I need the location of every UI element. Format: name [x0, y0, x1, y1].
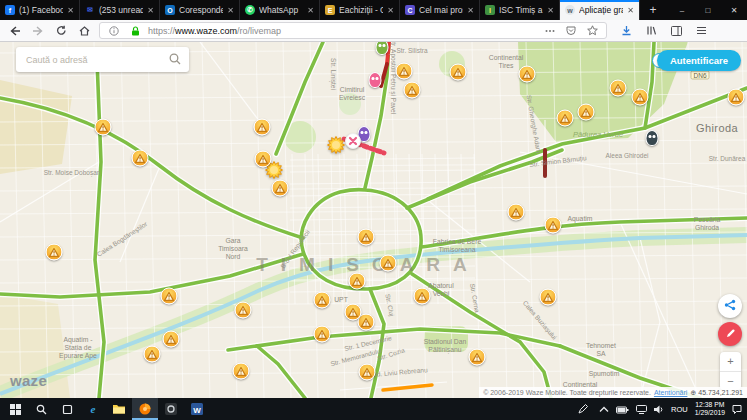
taskbar-acrobat-icon[interactable] — [158, 398, 184, 420]
alert-marker[interactable] — [540, 289, 557, 306]
library-icon[interactable] — [643, 23, 659, 39]
alert-marker[interactable] — [254, 119, 271, 136]
sidebar-icon[interactable] — [668, 23, 684, 39]
taskbar-explorer-icon[interactable] — [106, 398, 132, 420]
tab-close-icon[interactable]: ✕ — [467, 6, 474, 15]
alert-marker[interactable] — [132, 150, 149, 167]
alert-marker[interactable] — [632, 89, 649, 106]
alert-marker[interactable] — [396, 63, 413, 80]
page-actions-icon[interactable] — [542, 23, 558, 39]
svg-text:W: W — [193, 406, 201, 415]
minimize-button[interactable]: – — [669, 0, 695, 20]
pencil-icon — [725, 325, 736, 343]
network-icon[interactable] — [636, 400, 647, 418]
clock[interactable]: 12:38 PM 1/29/2019 — [695, 401, 725, 418]
taskbar-edge-icon[interactable]: e — [80, 398, 106, 420]
notices-link[interactable]: Atenționări — [654, 389, 687, 396]
alert-marker[interactable] — [508, 204, 525, 221]
alert-marker[interactable] — [95, 119, 112, 136]
alert-marker[interactable] — [345, 304, 362, 321]
browser-tab[interactable]: f(1) Facebook✕ — [0, 0, 80, 20]
waze-livemap[interactable]: TIMISOARAStr. SilistraStr. Apostoli Petr… — [0, 42, 747, 398]
taskbar-taskview-icon[interactable] — [54, 398, 80, 420]
browser-tab[interactable]: EEachiziții - Cnadnr✕ — [320, 0, 400, 20]
alert-marker[interactable] — [314, 292, 331, 309]
alert-marker[interactable] — [610, 80, 627, 97]
secure-lock-icon[interactable] — [127, 23, 143, 39]
tab-close-icon[interactable]: ✕ — [307, 6, 314, 15]
downloads-icon[interactable] — [618, 23, 634, 39]
site-info-icon[interactable] — [106, 23, 122, 39]
search-input[interactable] — [24, 54, 169, 66]
bookmark-star-icon[interactable] — [584, 23, 600, 39]
language-indicator[interactable]: ROU — [671, 405, 688, 414]
new-tab-button[interactable]: + — [640, 0, 666, 20]
alert-marker[interactable] — [545, 217, 562, 234]
tray-chevron-icon[interactable] — [599, 400, 609, 418]
reload-icon[interactable] — [53, 23, 69, 39]
tab-close-icon[interactable]: ✕ — [547, 6, 554, 15]
browser-tab[interactable]: CCel mai prost drum✕ — [400, 0, 480, 20]
home-icon[interactable] — [76, 23, 92, 39]
mood-marker[interactable] — [369, 72, 382, 88]
share-button[interactable] — [718, 294, 742, 318]
browser-tab[interactable]: ✉(253 unread) - cat…✕ — [80, 0, 160, 20]
alert-marker[interactable] — [728, 89, 745, 106]
taskbar-word-icon[interactable]: W — [184, 398, 210, 420]
taskbar-firefox-icon[interactable] — [132, 398, 158, 420]
alert-marker[interactable] — [519, 66, 536, 83]
taskbar-search-icon[interactable] — [28, 398, 54, 420]
tab-close-icon[interactable]: ✕ — [627, 6, 634, 15]
notification-center-icon[interactable] — [732, 400, 742, 418]
back-icon[interactable] — [7, 23, 23, 39]
alert-marker[interactable] — [578, 104, 595, 121]
report-button[interactable] — [718, 322, 742, 346]
tab-close-icon[interactable]: ✕ — [147, 6, 154, 15]
taskbar-start-icon[interactable] — [2, 398, 28, 420]
address-bar[interactable]: https://www.waze.com/ro/livemap — [99, 22, 607, 39]
alert-marker[interactable] — [557, 110, 574, 127]
alert-marker[interactable] — [359, 364, 376, 381]
menu-icon[interactable] — [693, 23, 709, 39]
tab-close-icon[interactable]: ✕ — [387, 6, 394, 15]
pen-icon[interactable] — [574, 398, 592, 420]
tab-close-icon[interactable]: ✕ — [227, 6, 234, 15]
alert-marker[interactable] — [404, 82, 421, 99]
browser-tab[interactable]: ✆WhatsApp✕ — [240, 0, 320, 20]
alert-marker[interactable] — [46, 244, 63, 261]
browser-tab[interactable]: OCorespondență - c…✕ — [160, 0, 240, 20]
browser-tab[interactable]: IISC Timiș a falsific…✕ — [480, 0, 560, 20]
alert-marker[interactable] — [380, 255, 397, 272]
forward-icon[interactable] — [30, 23, 46, 39]
browser-tab[interactable]: wAplicație gratuită d…✕ — [560, 0, 640, 20]
alert-marker[interactable] — [272, 180, 289, 197]
zoom-in-button[interactable]: + — [720, 352, 741, 372]
tab-close-icon[interactable]: ✕ — [67, 6, 74, 15]
alert-marker[interactable] — [349, 273, 366, 290]
browser-navbar: https://www.waze.com/ro/livemap — [0, 20, 747, 42]
mood-marker[interactable] — [376, 42, 389, 55]
map-search-box[interactable] — [16, 47, 189, 72]
alert-marker[interactable] — [358, 229, 375, 246]
close-button[interactable]: ✕ — [721, 0, 747, 20]
alert-marker[interactable] — [163, 331, 180, 348]
alert-marker[interactable] — [314, 326, 331, 343]
battery-icon[interactable] — [616, 400, 629, 418]
mood-marker[interactable] — [646, 130, 659, 146]
taskbar-apps: eW — [2, 398, 210, 420]
alert-marker[interactable] — [450, 64, 467, 81]
alert-marker[interactable] — [235, 302, 252, 319]
pocket-icon[interactable] — [563, 23, 579, 39]
alert-marker[interactable] — [255, 151, 272, 168]
signin-button[interactable]: Autentificare — [657, 50, 741, 71]
jam-marker[interactable] — [327, 136, 345, 154]
alert-marker[interactable] — [233, 363, 250, 380]
alert-marker[interactable] — [161, 288, 178, 305]
alert-marker[interactable] — [414, 288, 431, 305]
maximize-button[interactable]: □ — [695, 0, 721, 20]
alert-marker[interactable] — [469, 349, 486, 366]
alert-marker[interactable] — [144, 346, 161, 363]
search-icon[interactable] — [169, 51, 181, 69]
volume-icon[interactable] — [654, 400, 664, 418]
closure-marker[interactable] — [345, 133, 361, 149]
